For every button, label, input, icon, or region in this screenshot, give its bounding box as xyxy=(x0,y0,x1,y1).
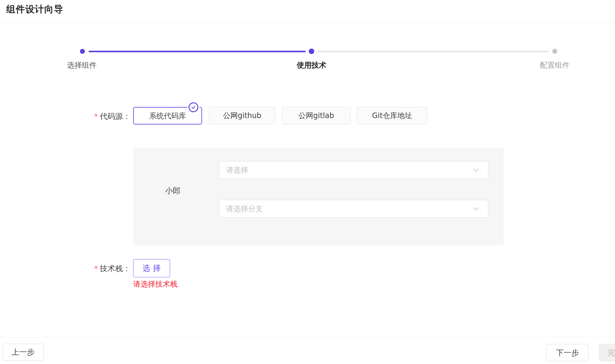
required-asterisk: * xyxy=(94,264,98,273)
code-source-label: 代码源： xyxy=(100,111,131,121)
progress-line-done xyxy=(89,51,306,52)
code-source-option-git-url[interactable]: Git仓库地址 xyxy=(357,107,427,124)
step-dot-use-technology xyxy=(309,49,314,54)
branch-select[interactable]: 请选择分支 xyxy=(219,200,488,218)
code-source-option-label: 公网github xyxy=(223,111,261,121)
step-dot-configure-component xyxy=(552,49,557,54)
next-step-button[interactable]: 下一步 xyxy=(546,344,589,361)
code-source-option-system-repo[interactable]: 系统代码库 xyxy=(133,107,202,125)
header-divider xyxy=(0,22,615,22)
code-source-option-label: 公网gitlab xyxy=(299,111,334,121)
page-title: 组件设计向导 xyxy=(6,3,63,16)
code-source-option-label: Git仓库地址 xyxy=(372,111,412,121)
step-label-use-technology: 使用技术 xyxy=(278,60,345,70)
code-source-option-gitlab[interactable]: 公网gitlab xyxy=(282,107,351,124)
footer-divider xyxy=(0,337,615,337)
repo-name-label: 小郎 xyxy=(165,186,181,196)
check-icon xyxy=(191,105,196,110)
selected-check-badge xyxy=(188,102,198,112)
tech-stack-choose-button[interactable]: 选 择 xyxy=(133,259,170,277)
step-label-select-component: 选择组件 xyxy=(48,60,116,70)
code-source-label-row: * 代码源： xyxy=(94,111,131,121)
tech-stack-error-message: 请选择技术栈 xyxy=(133,279,177,289)
repo-panel: 小郎 请选择 请选择分支 xyxy=(133,148,504,245)
required-asterisk: * xyxy=(94,112,98,121)
tech-stack-label-row: * 技术栈： xyxy=(94,263,131,274)
code-source-option-label: 系统代码库 xyxy=(149,111,186,121)
prev-step-button[interactable]: 上一步 xyxy=(2,344,44,361)
repo-select[interactable]: 请选择 xyxy=(219,161,488,179)
repo-select-placeholder: 请选择 xyxy=(226,165,472,175)
progress-line-pending xyxy=(317,51,549,52)
step-dot-select-component xyxy=(80,49,85,54)
chevron-down-icon xyxy=(472,166,480,174)
step-label-configure-component: 配置组件 xyxy=(521,60,589,70)
branch-select-placeholder: 请选择分支 xyxy=(226,204,472,214)
finish-button[interactable]: 完成 xyxy=(599,344,615,361)
code-source-option-github[interactable]: 公网github xyxy=(209,107,275,124)
tech-stack-label: 技术栈： xyxy=(100,263,131,274)
chevron-down-icon xyxy=(472,205,480,213)
